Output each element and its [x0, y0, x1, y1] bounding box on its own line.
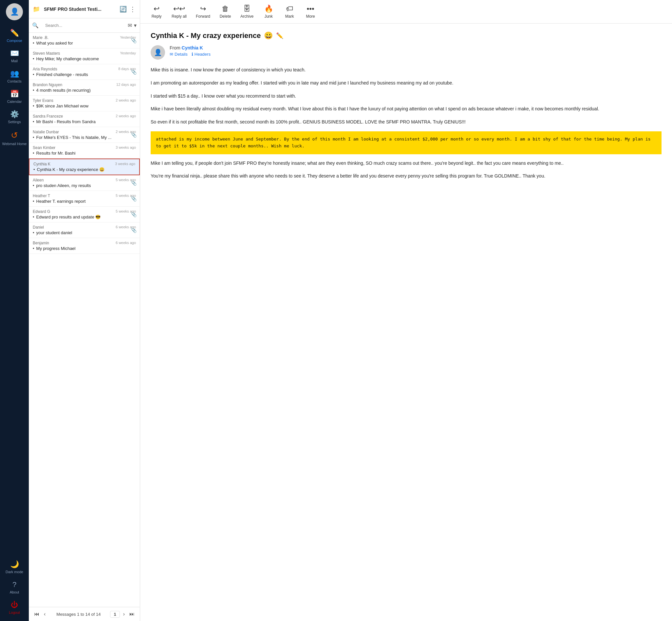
- body-paragraph: Mike I am telling you, if people don't j…: [151, 160, 662, 167]
- email-subject-text: • pro studen Aileen, my results: [33, 183, 136, 188]
- forward-label: Forward: [196, 14, 210, 19]
- calendar-label: Calendar: [7, 99, 22, 104]
- settings-icon: ⚙️: [10, 110, 19, 119]
- logout-label: Logout: [9, 611, 20, 615]
- compose-label: Compose: [6, 39, 22, 43]
- email-subject-text: • What you asked for: [33, 41, 136, 45]
- dark-mode-label: Dark mode: [6, 570, 23, 574]
- email-list-item[interactable]: Steven MastersYesterday• Hey Mike; My ch…: [29, 48, 140, 64]
- sidebar-item-calendar[interactable]: 📅 Calendar: [0, 86, 29, 107]
- sender-name-text: Heather T: [33, 194, 50, 198]
- junk-button[interactable]: 🔥 Junk: [259, 3, 278, 20]
- mark-button[interactable]: 🏷 Mark: [280, 3, 299, 20]
- headers-link[interactable]: ℹ Headers: [192, 52, 211, 57]
- email-list-item[interactable]: Benjamin6 weeks ago• My progress Michael: [29, 238, 140, 254]
- email-date: 3 weeks ago: [116, 146, 136, 149]
- sidebar-item-webmail[interactable]: ↺ Webmail Home: [0, 127, 29, 149]
- body-paragraph: I started with $15 a day.. I know over w…: [151, 92, 662, 100]
- more-button[interactable]: ••• More: [301, 3, 320, 20]
- email-list-item[interactable]: Aria Reynolds8 days ago• Finished challe…: [29, 64, 140, 80]
- email-list-item[interactable]: Heather T5 weeks ago• Heather T. earning…: [29, 191, 140, 207]
- subject-text: Cynthia K - My crazy experience: [151, 32, 261, 40]
- reply-all-button[interactable]: ↩↩ Reply all: [168, 3, 191, 20]
- archive-button[interactable]: 🗄 Archive: [237, 3, 257, 20]
- more-label: More: [306, 14, 315, 19]
- folder-more-icon[interactable]: ⋮: [129, 5, 136, 13]
- more-icon: •••: [307, 5, 314, 13]
- attachment-icon: 📎: [131, 227, 136, 233]
- email-list-item[interactable]: Sandra Franceze2 weeks ago• Mr Bashi - R…: [29, 111, 140, 127]
- email-list-item[interactable]: Daniel6 weeks ago• your student daniel📎: [29, 222, 140, 238]
- prev-page-button[interactable]: ‹: [43, 611, 47, 618]
- email-list-footer: ⏮ ‹ Messages 1 to 14 of 14 1 › ⏭: [29, 607, 140, 621]
- email-list: Marie .B.Yesterday• What you asked for📎S…: [29, 33, 140, 607]
- email-meta: 👤 From Cynthia K ✉ Details ℹ Headers: [151, 45, 662, 59]
- email-list-item[interactable]: Sean Kimber3 weeks ago• Results for Mr. …: [29, 143, 140, 159]
- archive-label: Archive: [240, 14, 253, 19]
- email-date: 2 weeks ago: [116, 98, 136, 102]
- reply-button[interactable]: ↩ Reply: [147, 3, 166, 20]
- email-date: 3 weeks ago: [115, 162, 135, 166]
- sidebar-item-contacts[interactable]: 👥 Contacts: [0, 66, 29, 86]
- junk-icon: 🔥: [264, 5, 273, 13]
- edit-icon[interactable]: ✏️: [276, 32, 283, 39]
- email-subject-text: • Heather T. earnings report: [33, 199, 136, 204]
- email-subject-text: • Cynthia K - My crazy experience 😀: [33, 167, 135, 172]
- mark-icon: 🏷: [286, 5, 293, 13]
- sidebar-item-logout[interactable]: ⏻ Logout: [0, 597, 29, 618]
- sidebar-item-about[interactable]: ? About: [0, 577, 29, 597]
- folder-icon: 📁: [33, 6, 40, 13]
- unread-dot: •: [33, 151, 34, 156]
- email-body: Mike this is insane. I now know the powe…: [151, 66, 662, 180]
- body-paragraph: You're my financial ninja.. please share…: [151, 172, 662, 180]
- search-input[interactable]: [41, 21, 125, 30]
- settings-label: Settings: [8, 120, 21, 124]
- next-page-button[interactable]: ›: [122, 611, 126, 618]
- email-subject-text: • $9K since Jan Michael wow: [33, 104, 136, 109]
- email-meta-links: ✉ Details ℹ Headers: [170, 52, 211, 57]
- email-list-item[interactable]: Marie .B.Yesterday• What you asked for📎: [29, 33, 140, 48]
- email-sender: Tyler Evans2 weeks ago: [33, 98, 136, 103]
- email-list-item[interactable]: Tyler Evans2 weeks ago• $9K since Jan Mi…: [29, 96, 140, 111]
- attachment-icon: 📎: [131, 196, 136, 201]
- headers-label: Headers: [195, 52, 211, 57]
- email-list-item[interactable]: Brandon Nguyen12 days ago• 4 month resul…: [29, 80, 140, 96]
- delete-icon: 🗑: [222, 5, 229, 13]
- refresh-icon[interactable]: 🔄: [120, 6, 127, 13]
- first-page-button[interactable]: ⏮: [33, 611, 41, 618]
- email-list-item[interactable]: Natalie Dunbar2 weeks ago• For Mike's EY…: [29, 127, 140, 143]
- sidebar-item-settings[interactable]: ⚙️ Settings: [0, 107, 29, 127]
- filter-dropdown-icon[interactable]: ▾: [134, 22, 136, 29]
- email-subject-text: • Hey Mike; My challenge outcome: [33, 56, 136, 61]
- email-from-line: From Cynthia K: [170, 45, 211, 50]
- highlighted-block: attached is my income between June and S…: [151, 131, 662, 154]
- delete-button[interactable]: 🗑 Delete: [215, 3, 235, 20]
- sidebar-item-dark-mode[interactable]: 🌙 Dark mode: [0, 557, 29, 577]
- sidebar-nav: 👤 ✏️ Compose ✉️ Mail 👥 Contacts 📅 Calend…: [0, 0, 29, 621]
- email-list-item[interactable]: Cynthia K3 weeks ago• Cynthia K - My cra…: [29, 159, 140, 175]
- contacts-label: Contacts: [7, 79, 21, 83]
- email-list-item[interactable]: Edward G5 weeks ago• Edward pro results …: [29, 207, 140, 222]
- email-list-item[interactable]: Aileen5 weeks ago• pro studen Aileen, my…: [29, 175, 140, 191]
- email-date: 6 weeks ago: [116, 241, 136, 245]
- sidebar-item-compose[interactable]: ✏️ Compose: [0, 26, 29, 46]
- webmail-icon: ↺: [11, 130, 18, 140]
- page-number[interactable]: 1: [110, 611, 120, 618]
- email-list-panel: 📁 SFMF PRO Student Testi... 🔄 ⋮ 🔍 ✉ ▾ Ma…: [29, 0, 140, 621]
- last-page-button[interactable]: ⏭: [128, 611, 136, 618]
- webmail-label: Webmail Home: [2, 142, 27, 146]
- sender-name-text: Tyler Evans: [33, 98, 53, 103]
- about-label: About: [10, 590, 19, 594]
- email-sender: Steven MastersYesterday: [33, 51, 136, 56]
- sender-name-text: Sandra Franceze: [33, 114, 63, 119]
- envelope-filter-icon[interactable]: ✉: [128, 22, 132, 29]
- details-link[interactable]: ✉ Details: [170, 52, 187, 57]
- email-subject-text: • Edward pro results and update 😎: [33, 214, 136, 219]
- sidebar-item-mail[interactable]: ✉️ Mail: [0, 46, 29, 66]
- unread-dot: •: [33, 246, 34, 251]
- forward-button[interactable]: ↪ Forward: [192, 3, 214, 20]
- unread-dot: •: [33, 104, 34, 109]
- email-subject-text: • Mr Bashi - Results from Sandra: [33, 119, 136, 124]
- details-envelope-icon: ✉: [170, 52, 173, 57]
- sender-avatar: 👤: [151, 45, 165, 59]
